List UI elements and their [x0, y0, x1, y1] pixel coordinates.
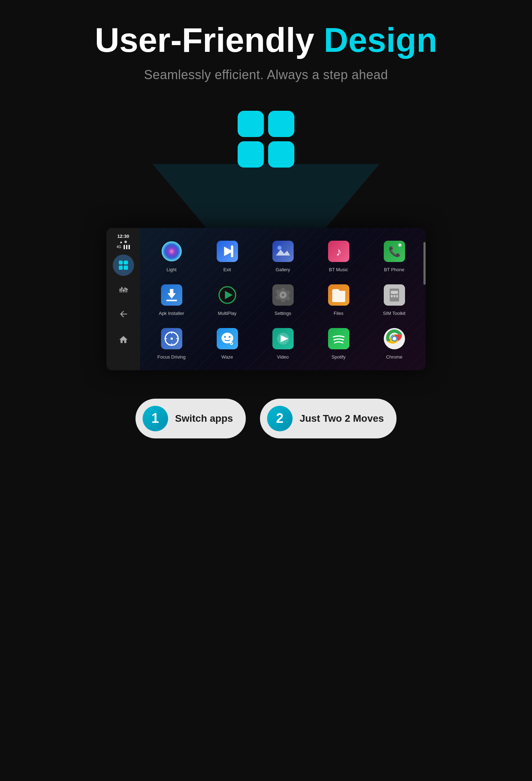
app-item-waze[interactable]: Waze [199, 321, 255, 365]
svg-rect-5 [119, 289, 121, 290]
svg-point-40 [221, 333, 233, 343]
app-icon-exit [215, 239, 240, 264]
network-row: 4G ▐▐▐ [117, 245, 130, 249]
app-item-focusdriving[interactable]: Focus Driving [144, 321, 199, 365]
app-item-btphone[interactable]: 📞✽BT Phone [366, 234, 422, 277]
grid-cell-3 [238, 141, 264, 168]
app-icon-files [326, 282, 351, 308]
app-label-waze: Waze [221, 354, 233, 360]
app-label-focusdriving: Focus Driving [157, 354, 185, 360]
network-label: 4G [117, 245, 121, 249]
svg-text:♪: ♪ [336, 245, 342, 258]
app-icon-btmusic: ♪ [326, 239, 351, 264]
step-text-1: Switch apps [175, 413, 233, 425]
app-grid-area: LightExitGallery♪BT Music📞✽BT PhoneApk I… [140, 228, 426, 370]
app-icon-multiplay [215, 282, 240, 308]
svg-rect-4 [126, 288, 127, 293]
app-label-apk: Apk Installer [159, 311, 184, 316]
bt-icon: ✽ [124, 240, 127, 244]
app-icon-focusdriving [159, 326, 184, 351]
app-icon-simtoolkit [382, 282, 407, 308]
grid-icon-cell-1 [119, 261, 123, 265]
svg-rect-8 [124, 288, 126, 289]
svg-point-42 [229, 336, 231, 338]
svg-point-14 [277, 246, 282, 250]
step-number-1: 1 [143, 406, 168, 431]
status-bar: 12:30 ▲ ✽ 4G ▐▐▐ [117, 234, 130, 249]
step-text-2: Just Two 2 Moves [300, 413, 384, 425]
header: User-Friendly Design Seamlessly efficien… [0, 0, 532, 89]
app-icon-chrome [382, 326, 407, 351]
svg-rect-6 [121, 288, 123, 289]
sidebar: 12:30 ▲ ✽ 4G ▐▐▐ [106, 228, 140, 370]
svg-text:✽: ✽ [398, 242, 401, 247]
app-label-files: Files [334, 311, 343, 316]
time-display: 12:30 [117, 234, 130, 239]
svg-rect-0 [120, 288, 120, 293]
app-icon-waze [215, 326, 240, 351]
svg-rect-28 [391, 291, 398, 294]
svg-rect-13 [272, 241, 294, 262]
svg-rect-9 [126, 289, 128, 290]
step-number-2: 2 [267, 406, 293, 431]
svg-rect-7 [122, 290, 124, 291]
page-title: User-Friendly Design [7, 21, 525, 59]
app-label-settings: Settings [275, 311, 291, 316]
app-grid: LightExitGallery♪BT Music📞✽BT PhoneApk I… [140, 228, 426, 370]
home-icon [118, 335, 128, 345]
app-label-video: Video [277, 354, 289, 360]
app-item-apk[interactable]: Apk Installer [144, 277, 199, 321]
screen-wrapper: 12:30 ▲ ✽ 4G ▐▐▐ [106, 228, 426, 370]
subtitle: Seamlessly efficient. Always a step ahea… [7, 67, 525, 82]
app-icon-video [270, 326, 296, 351]
app-label-btphone: BT Phone [384, 267, 405, 272]
grid-cell-4 [268, 141, 294, 168]
app-item-chrome[interactable]: Chrome [366, 321, 422, 365]
app-label-light: Light [166, 267, 176, 272]
sidebar-home-button[interactable] [113, 329, 134, 350]
step-card-2: 2 Just Two 2 Moves [260, 399, 397, 438]
svg-rect-29 [391, 295, 393, 297]
title-word-1: User-Friendly [95, 21, 314, 59]
grid-icon-cell-3 [119, 266, 123, 270]
sidebar-equalizer-button[interactable] [113, 279, 134, 301]
svg-rect-30 [393, 295, 395, 297]
back-icon [118, 310, 128, 320]
app-item-settings[interactable]: Settings [255, 277, 311, 321]
grid-cell-1 [238, 111, 264, 137]
screen: 12:30 ▲ ✽ 4G ▐▐▐ [106, 228, 426, 370]
svg-point-44 [231, 343, 232, 344]
bottom-section: 1 Switch apps 2 Just Two 2 Moves [0, 370, 532, 460]
title-word-3: Design [324, 21, 437, 59]
svg-point-51 [393, 337, 396, 340]
grid-icon-cell-4 [124, 266, 128, 270]
wifi-icon: ▲ [120, 240, 123, 244]
app-item-exit[interactable]: Exit [199, 234, 255, 277]
app-item-spotify[interactable]: Spotify [311, 321, 366, 365]
app-item-btmusic[interactable]: ♪BT Music [311, 234, 366, 277]
svg-rect-31 [396, 295, 398, 297]
app-icon-apk [159, 282, 184, 308]
app-icon-light [159, 239, 184, 264]
app-item-simtoolkit[interactable]: SIM Toolkit [366, 277, 422, 321]
app-icon-btphone: 📞✽ [382, 239, 407, 264]
svg-point-10 [161, 241, 182, 261]
grid-cell-2 [268, 111, 294, 137]
app-item-video[interactable]: Video [255, 321, 311, 365]
app-item-gallery[interactable]: Gallery [255, 234, 311, 277]
app-icon-settings [270, 282, 296, 308]
sidebar-apps-button[interactable] [113, 255, 134, 276]
app-item-light[interactable]: Light [144, 234, 199, 277]
sidebar-back-button[interactable] [113, 304, 134, 326]
app-item-files[interactable]: Files [311, 277, 366, 321]
equalizer-icon [118, 285, 128, 295]
grid-icon [119, 261, 128, 270]
app-icon-gallery [270, 239, 296, 264]
step-card-1: 1 Switch apps [135, 399, 246, 438]
app-label-gallery: Gallery [276, 267, 290, 272]
app-label-chrome: Chrome [386, 354, 402, 360]
app-item-multiplay[interactable]: MultiPlay [199, 277, 255, 321]
svg-point-34 [170, 337, 173, 340]
svg-rect-1 [121, 286, 122, 292]
svg-point-41 [224, 336, 226, 338]
